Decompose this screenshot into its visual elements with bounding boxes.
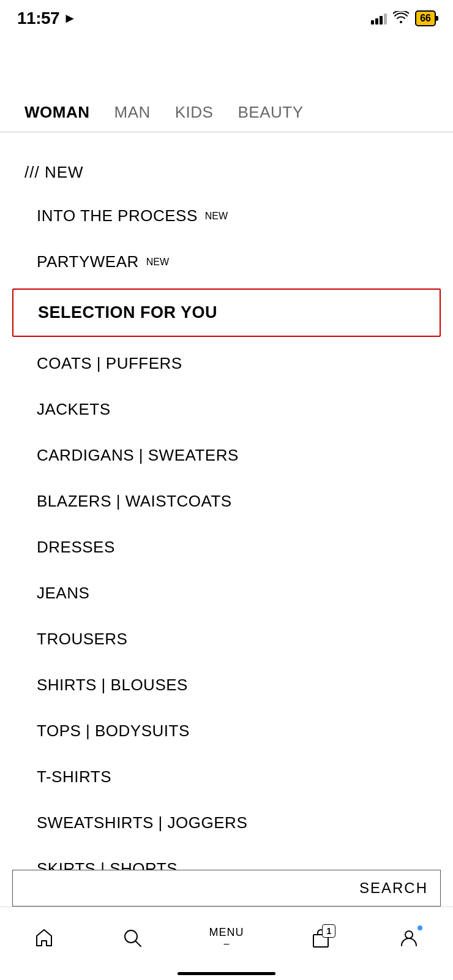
menu-item-label: SWEATSHIRTS | JOGGERS: [37, 813, 247, 832]
menu-item-jackets[interactable]: JACKETS: [0, 386, 453, 432]
menu-item-partywear[interactable]: PARTYWEAR NEW: [0, 239, 453, 285]
search-icon: [121, 927, 143, 949]
menu-item-selection-for-you[interactable]: SELECTION FOR YOU: [12, 288, 441, 337]
menu-item-jeans[interactable]: JEANS: [0, 570, 453, 616]
nav-menu[interactable]: MENU –: [209, 926, 244, 949]
menu-item-tops-bodysuits[interactable]: TOPS | BODYSUITS: [0, 708, 453, 754]
menu-item-label: BLAZERS | WAISTCOATS: [37, 492, 232, 511]
bottom-nav: MENU – 1: [0, 907, 453, 980]
menu-item-into-the-process[interactable]: INTO THE PROCESS NEW: [0, 193, 453, 239]
home-indicator: [178, 972, 275, 975]
search-bar-container: SEARCH: [0, 870, 453, 907]
battery-indicator: 66: [415, 10, 436, 26]
svg-point-0: [125, 930, 137, 943]
menu-item-label: T-SHIRTS: [37, 767, 111, 786]
top-spacer: [0, 34, 453, 96]
nav-home[interactable]: [33, 927, 55, 949]
status-time: 11:57: [17, 9, 59, 28]
menu-item-t-shirts[interactable]: T-SHIRTS: [0, 754, 453, 800]
menu-item-label: SELECTION FOR YOU: [38, 303, 217, 322]
menu-item-label: TROUSERS: [37, 630, 127, 649]
nav-account[interactable]: [398, 927, 420, 949]
menu-nav-dash: –: [224, 939, 230, 949]
menu-item-label: SHIRTS | BLOUSES: [37, 676, 188, 695]
signal-icon: [371, 12, 387, 24]
bag-badge: 1: [322, 924, 335, 938]
tab-woman[interactable]: WOMAN: [24, 103, 89, 124]
new-badge: NEW: [146, 257, 169, 268]
tab-beauty[interactable]: BEAUTY: [238, 103, 303, 124]
menu-item-shirts-blouses[interactable]: SHIRTS | BLOUSES: [0, 662, 453, 708]
search-button[interactable]: SEARCH: [359, 880, 428, 897]
svg-line-1: [136, 941, 141, 946]
menu-item-label: COATS | PUFFERS: [37, 354, 182, 373]
menu-item-label: JEANS: [37, 584, 89, 603]
location-icon: ►: [63, 10, 77, 26]
menu-item-label: INTO THE PROCESS: [37, 206, 198, 225]
menu-item-cardigans-sweaters[interactable]: CARDIGANS | SWEATERS: [0, 432, 453, 478]
menu-item-sweatshirts-joggers[interactable]: SWEATSHIRTS | JOGGERS: [0, 800, 453, 846]
status-icons: 66: [371, 10, 436, 26]
account-dot: [417, 925, 422, 930]
menu-item-blazers-waistcoats[interactable]: BLAZERS | WAISTCOATS: [0, 478, 453, 524]
menu-item-trousers[interactable]: TROUSERS: [0, 616, 453, 662]
menu-item-label: JACKETS: [37, 400, 111, 419]
menu-header-new[interactable]: /// NEW: [0, 151, 453, 193]
menu-item-label: PARTYWEAR: [37, 252, 139, 271]
bag-icon: 1: [310, 927, 332, 949]
menu-item-label: CARDIGANS | SWEATERS: [37, 446, 239, 465]
account-icon: [398, 927, 420, 949]
wifi-icon: [393, 11, 409, 26]
tab-kids[interactable]: KIDS: [175, 103, 214, 124]
new-badge: NEW: [205, 211, 228, 222]
nav-search[interactable]: [121, 927, 143, 949]
category-tabs: WOMAN MAN KIDS BEAUTY: [0, 96, 453, 132]
menu-nav-label: MENU: [209, 926, 244, 939]
svg-point-3: [405, 931, 413, 938]
menu-item-label: DRESSES: [37, 538, 115, 557]
nav-bag[interactable]: 1: [310, 927, 332, 949]
menu-list: /// NEW INTO THE PROCESS NEW PARTYWEAR N…: [0, 132, 453, 980]
menu-item-dresses[interactable]: DRESSES: [0, 524, 453, 570]
menu-item-coats-puffers[interactable]: COATS | PUFFERS: [0, 341, 453, 386]
home-icon: [33, 927, 55, 949]
tab-man[interactable]: MAN: [114, 103, 150, 124]
search-bar[interactable]: SEARCH: [12, 870, 441, 907]
status-bar: 11:57 ► 66: [0, 0, 453, 34]
menu-item-label: TOPS | BODYSUITS: [37, 722, 190, 741]
